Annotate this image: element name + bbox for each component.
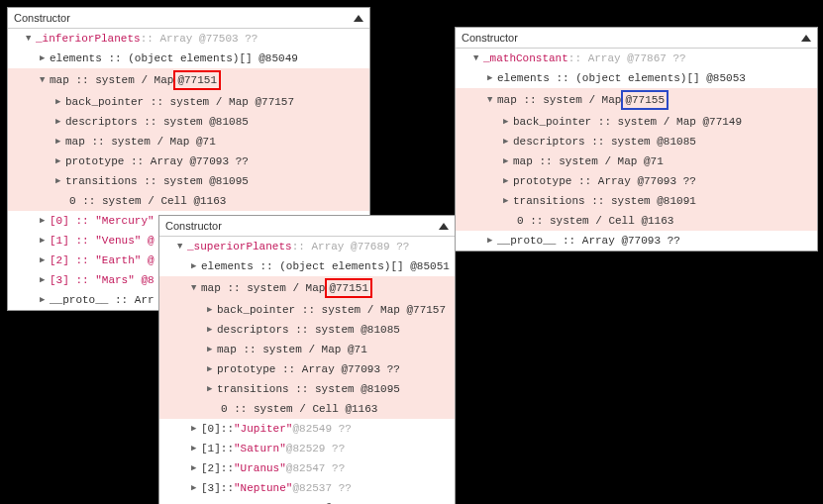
- item-val: "Neptune": [234, 480, 292, 496]
- list-item[interactable]: ▶[3] :: "Neptune" @82537 ??: [159, 478, 455, 498]
- descriptors-node[interactable]: ▶descriptors :: system @81085: [159, 320, 455, 340]
- chevron-down-icon[interactable]: ▼: [487, 92, 497, 108]
- item-idx: [2]: [201, 460, 221, 476]
- chevron-right-icon[interactable]: ▶: [191, 500, 201, 504]
- chevron-right-icon[interactable]: ▶: [503, 134, 513, 150]
- cell-node[interactable]: 0 :: system / Cell @1163: [456, 211, 817, 231]
- chevron-right-icon[interactable]: ▶: [503, 114, 513, 130]
- back-pointer-node[interactable]: ▶back_pointer :: system / Map @77149: [456, 112, 817, 132]
- inner-map-node[interactable]: ▶map :: system / Map @71: [159, 340, 455, 359]
- proto-node[interactable]: ▶__proto__ :: Array @77093 ??: [159, 498, 455, 504]
- node-label: transitions :: system @81095: [65, 173, 249, 189]
- elements-node[interactable]: ▶ elements :: (object elements)[] @85053: [456, 68, 817, 88]
- chevron-right-icon[interactable]: ▶: [191, 421, 201, 437]
- chevron-right-icon[interactable]: ▶: [207, 342, 217, 357]
- elements-node[interactable]: ▶ elements :: (object elements)[] @85049: [8, 49, 369, 68]
- node-label: back_pointer :: system / Map @77157: [65, 94, 294, 110]
- chevron-right-icon[interactable]: ▶: [487, 233, 497, 249]
- prototype-node[interactable]: ▶prototype :: Array @77093 ??: [159, 359, 455, 379]
- proto-node[interactable]: ▶__proto__ :: Array @77093 ??: [456, 231, 817, 251]
- cell-node[interactable]: 0 :: system / Cell @1163: [159, 399, 455, 419]
- transitions-node[interactable]: ▶transitions :: system @81091: [456, 191, 817, 211]
- cell-node[interactable]: 0 :: system / Cell @1163: [8, 191, 369, 211]
- list-item[interactable]: ▶[2] :: "Uranus" @82547 ??: [159, 458, 455, 478]
- chevron-right-icon[interactable]: ▶: [55, 153, 65, 169]
- chevron-right-icon[interactable]: ▶: [487, 70, 497, 86]
- item-val: "Saturn": [234, 441, 286, 456]
- chevron-down-icon[interactable]: ▼: [40, 72, 50, 88]
- node-label: transitions :: system @81095: [217, 381, 400, 397]
- node-label: prototype :: Array @77093 ??: [65, 153, 249, 169]
- chevron-right-icon[interactable]: ▶: [191, 460, 201, 476]
- chevron-right-icon[interactable]: ▶: [40, 292, 50, 308]
- chevron-down-icon[interactable]: ▼: [473, 50, 483, 66]
- panel-title: Constructor: [462, 32, 518, 44]
- chevron-down-icon[interactable]: ▼: [177, 239, 187, 254]
- map-node[interactable]: ▼ map :: system / Map @77151: [159, 276, 455, 300]
- chevron-right-icon[interactable]: ▶: [55, 94, 65, 110]
- inner-map-node[interactable]: ▶map :: system / Map @71: [456, 151, 817, 171]
- map-prefix: map :: system / Map: [201, 280, 325, 296]
- chevron-right-icon[interactable]: ▶: [207, 322, 217, 338]
- root-node[interactable]: ▼ _inferiorPlanets :: Array @77503 ??: [8, 29, 369, 49]
- chevron-right-icon[interactable]: ▶: [207, 302, 217, 318]
- chevron-right-icon[interactable]: ▶: [191, 480, 201, 496]
- proto-label: __proto__ :: Arr: [50, 292, 154, 308]
- list-item[interactable]: ▶[1] :: "Saturn" @82529 ??: [159, 439, 455, 458]
- elements-node[interactable]: ▶ elements :: (object elements)[] @85051: [159, 256, 455, 276]
- chevron-right-icon[interactable]: ▶: [40, 213, 50, 229]
- chevron-right-icon[interactable]: ▶: [40, 233, 50, 249]
- descriptors-node[interactable]: ▶descriptors :: system @81085: [8, 112, 369, 132]
- item-tail: @82529 ??: [286, 441, 345, 456]
- item-label: [2] :: "Earth" @: [50, 252, 154, 268]
- chevron-right-icon[interactable]: ▶: [40, 272, 50, 288]
- chevron-right-icon[interactable]: ▶: [55, 114, 65, 130]
- map-prefix: map :: system / Map: [497, 92, 621, 108]
- node-label: map :: system / Map @71: [513, 153, 664, 169]
- item-sep: ::: [221, 441, 234, 456]
- chevron-right-icon[interactable]: ▶: [191, 258, 201, 274]
- prototype-node[interactable]: ▶prototype :: Array @77093 ??: [8, 151, 369, 171]
- map-prefix: map :: system / Map: [50, 72, 173, 88]
- transitions-node[interactable]: ▶transitions :: system @81095: [159, 379, 455, 399]
- item-idx: [1]: [201, 441, 221, 456]
- chevron-right-icon[interactable]: ▶: [207, 361, 217, 377]
- chevron-down-icon[interactable]: ▼: [26, 31, 36, 47]
- chevron-right-icon[interactable]: ▶: [55, 134, 65, 150]
- chevron-right-icon[interactable]: ▶: [207, 381, 217, 397]
- node-label: 0 :: system / Cell @1163: [517, 213, 673, 229]
- node-label: descriptors :: system @81085: [217, 322, 400, 338]
- chevron-right-icon[interactable]: ▶: [40, 252, 50, 268]
- chevron-right-icon[interactable]: ▶: [40, 50, 50, 66]
- map-node[interactable]: ▼ map :: system / Map @77155: [456, 88, 817, 112]
- chevron-right-icon[interactable]: ▶: [55, 173, 65, 189]
- item-sep: ::: [221, 460, 234, 476]
- root-node[interactable]: ▼ _mathConstant :: Array @77867 ??: [456, 49, 817, 68]
- prototype-node[interactable]: ▶prototype :: Array @77093 ??: [456, 171, 817, 191]
- transitions-node[interactable]: ▶transitions :: system @81095: [8, 171, 369, 191]
- chevron-down-icon[interactable]: ▼: [191, 280, 201, 296]
- list-item[interactable]: ▶[0] :: "Jupiter" @82549 ??: [159, 419, 455, 439]
- chevron-right-icon[interactable]: ▶: [503, 173, 513, 189]
- chevron-right-icon[interactable]: ▶: [503, 153, 513, 169]
- descriptors-node[interactable]: ▶descriptors :: system @81085: [456, 132, 817, 151]
- collapse-up-icon[interactable]: [354, 15, 363, 22]
- item-tail: @82547 ??: [286, 460, 345, 476]
- back-pointer-node[interactable]: ▶back_pointer :: system / Map @77157: [8, 92, 369, 112]
- root-node[interactable]: ▼ _superiorPlanets :: Array @77689 ??: [159, 237, 455, 256]
- back-pointer-node[interactable]: ▶back_pointer :: system / Map @77157: [159, 300, 455, 320]
- collapse-up-icon[interactable]: [801, 35, 811, 42]
- chevron-right-icon[interactable]: ▶: [191, 441, 201, 456]
- map-node[interactable]: ▼ map :: system / Map @77151: [8, 68, 369, 92]
- root-var-name: _mathConstant: [483, 50, 568, 66]
- item-idx: [3]: [201, 480, 221, 496]
- panel-title: Constructor: [165, 220, 222, 232]
- elements-label: elements :: (object elements)[] @85053: [497, 70, 746, 86]
- node-label: prototype :: Array @77093 ??: [513, 173, 696, 189]
- collapse-up-icon[interactable]: [439, 223, 449, 230]
- node-label: prototype :: Array @77093 ??: [217, 361, 400, 377]
- inner-map-node[interactable]: ▶map :: system / Map @71: [8, 132, 369, 151]
- item-tail: @82549 ??: [292, 421, 351, 437]
- node-label: descriptors :: system @81085: [65, 114, 249, 130]
- chevron-right-icon[interactable]: ▶: [503, 193, 513, 209]
